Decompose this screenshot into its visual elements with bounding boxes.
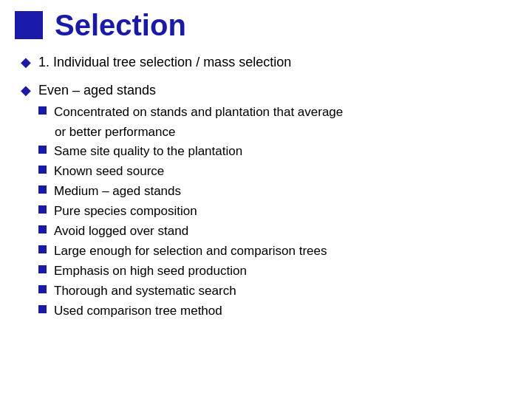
diamond-bullet-icon: ◆ <box>21 82 31 98</box>
list-item: Used comparison tree method <box>38 303 343 320</box>
level1-text: Even – aged stands <box>38 83 156 98</box>
page-title: Selection <box>55 10 186 40</box>
list-item: Pure species composition <box>38 203 343 220</box>
list-item: ◆ 1. Individual tree selection / mass se… <box>21 53 517 71</box>
list-item: Large enough for selection and compariso… <box>38 243 343 260</box>
square-bullet-icon <box>38 285 47 293</box>
square-bullet-icon <box>38 205 47 214</box>
list-item: Thorough and systematic search <box>38 283 343 300</box>
diamond-bullet-icon: ◆ <box>21 54 31 70</box>
list-item: ◆ Even – aged stands Concentrated on sta… <box>21 81 517 323</box>
square-bullet-icon <box>38 185 47 194</box>
subitem-text: Known seed source <box>54 163 164 180</box>
subitem-text: Large enough for selection and compariso… <box>54 243 327 260</box>
subitem-text: Medium – aged stands <box>54 183 181 200</box>
content-area: ◆ 1. Individual tree selection / mass se… <box>15 53 517 323</box>
list-item: Same site quality to the plantation <box>38 143 343 160</box>
list-item: Concentrated on stands and plantation th… <box>38 104 343 121</box>
page: Selection ◆ 1. Individual tree selection… <box>0 0 532 399</box>
subitem-text: Concentrated on stands and plantation th… <box>54 104 343 121</box>
list-item: or better performance <box>38 124 343 141</box>
square-bullet-icon <box>38 265 47 273</box>
list-item: Avoid logged over stand <box>38 223 343 240</box>
subitem-continuation: or better performance <box>55 124 175 141</box>
square-bullet-icon <box>38 166 47 174</box>
square-bullet-icon <box>38 106 47 115</box>
list-item: Emphasis on high seed production <box>38 263 343 280</box>
square-bullet-icon <box>38 225 47 233</box>
square-bullet-icon <box>38 146 47 154</box>
level1-text: 1. Individual tree selection / mass sele… <box>38 53 291 71</box>
subitem-text: Avoid logged over stand <box>54 223 188 240</box>
square-bullet-icon <box>38 305 47 313</box>
list-item: Medium – aged stands <box>38 183 343 200</box>
level1-group: Even – aged stands Concentrated on stand… <box>38 81 343 323</box>
square-bullet-icon <box>38 245 47 253</box>
header: Selection <box>15 10 517 40</box>
subitem-text: Same site quality to the plantation <box>54 143 242 160</box>
subitem-text: Pure species composition <box>54 203 197 220</box>
subitem-text: Emphasis on high seed production <box>54 263 247 280</box>
subitem-text: Thorough and systematic search <box>54 283 236 300</box>
subitem-text: Used comparison tree method <box>54 303 222 320</box>
header-square-icon <box>15 11 43 39</box>
subitem-list: Concentrated on stands and plantation th… <box>38 104 343 320</box>
list-item: Known seed source <box>38 163 343 180</box>
